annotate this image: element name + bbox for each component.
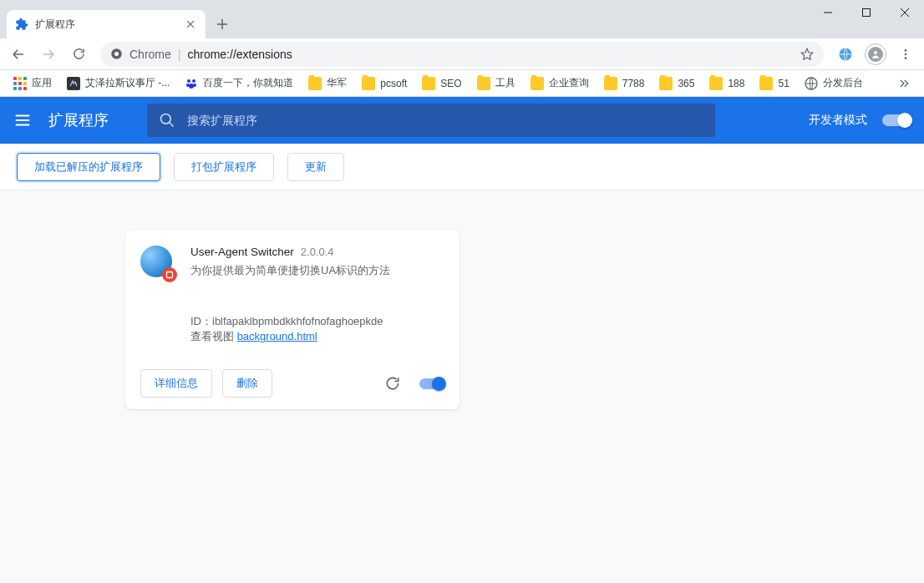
bookmark-folder[interactable]: 51 [753, 74, 795, 94]
extension-name: User-Agent Switcher [190, 246, 294, 258]
bookmark-label: SEO [440, 78, 461, 89]
inspect-views-label: 查看视图 [190, 330, 237, 342]
tab-title: 扩展程序 [35, 18, 177, 32]
folder-icon [659, 77, 673, 90]
svg-point-16 [187, 79, 190, 83]
svg-rect-1 [863, 9, 871, 17]
browser-menu-button[interactable] [892, 41, 919, 68]
baidu-paw-icon [185, 77, 198, 90]
bookmark-label: 分发后台 [823, 76, 863, 90]
bookmark-folder[interactable]: pcsoft [355, 74, 414, 94]
bookmark-folder[interactable]: 工具 [470, 73, 522, 94]
nav-back-button[interactable] [5, 41, 32, 68]
page-title: 扩展程序 [48, 110, 109, 130]
folder-icon [422, 77, 435, 90]
svg-point-9 [114, 52, 119, 56]
bookmark-apps[interactable]: 应用 [7, 73, 58, 94]
svg-point-11 [874, 51, 877, 54]
bookmark-folder[interactable]: 188 [703, 74, 751, 94]
omnibox-chrome-label: Chrome [129, 48, 171, 61]
extension-puzzle-icon [15, 18, 28, 31]
load-unpacked-button[interactable]: 加载已解压的扩展程序 [17, 153, 160, 181]
nav-forward-button[interactable] [35, 41, 62, 68]
extension-enable-toggle[interactable] [419, 378, 444, 389]
browser-toolbar: Chrome | chrome://extensions [0, 38, 924, 70]
bookmark-label: 艾泽拉斯议事厅 -... [85, 76, 170, 90]
extension-icon [140, 246, 175, 281]
extension-remove-button[interactable]: 删除 [222, 369, 272, 398]
folder-icon [531, 77, 544, 90]
bookmark-label: 华军 [327, 76, 347, 90]
bookmark-label: 365 [678, 78, 694, 89]
pack-extension-button[interactable]: 打包扩展程序 [174, 153, 274, 181]
new-tab-button[interactable] [211, 13, 234, 36]
bookmark-label: 7788 [622, 78, 645, 89]
bookmark-folder[interactable]: 365 [652, 74, 701, 94]
bookmark-label: 百度一下，你就知道 [203, 76, 293, 90]
chrome-icon [110, 48, 123, 60]
svg-point-20 [189, 84, 194, 89]
folder-icon [709, 77, 723, 90]
extension-version: 2.0.0.4 [301, 246, 334, 258]
bookmark-star-icon[interactable] [800, 48, 814, 61]
bookmark-item[interactable]: 百度一下，你就知道 [178, 73, 300, 94]
search-input[interactable] [187, 114, 703, 127]
bookmark-folder[interactable]: 华军 [302, 73, 353, 94]
search-icon [159, 112, 175, 129]
developer-actions-row: 加载已解压的扩展程序 打包扩展程序 更新 [0, 144, 924, 190]
tab-close-button[interactable] [184, 18, 197, 31]
omnibox[interactable]: Chrome | chrome://extensions [100, 42, 824, 67]
svg-point-22 [161, 114, 171, 124]
window-titlebar [0, 0, 924, 8]
inspect-background-link[interactable]: background.html [237, 330, 317, 342]
update-button[interactable]: 更新 [287, 153, 344, 181]
error-badge-icon [162, 267, 177, 282]
bookmark-label: 51 [778, 78, 789, 89]
extension-id-label: ID： [190, 315, 212, 327]
bookmark-label: 188 [728, 78, 744, 89]
extension-card: User-Agent Switcher 2.0.0.4 为你提供最为简单便捷切换… [125, 231, 459, 409]
extension-globe-icon[interactable] [832, 41, 859, 68]
svg-point-14 [905, 57, 907, 59]
omnibox-separator: | [178, 48, 181, 61]
bookmark-folder[interactable]: SEO [415, 74, 468, 94]
folder-icon [362, 77, 375, 90]
hamburger-menu-icon[interactable] [13, 111, 33, 129]
svg-point-12 [905, 49, 907, 52]
browser-tab-active[interactable]: 扩展程序 [7, 10, 206, 38]
bookmark-label: 企业查询 [549, 76, 589, 90]
search-extensions-box[interactable] [147, 104, 715, 137]
extension-details-button[interactable]: 详细信息 [140, 369, 212, 398]
window-controls [809, 0, 924, 25]
bookmark-label: pcsoft [380, 78, 407, 89]
bookmark-label: 应用 [32, 76, 52, 90]
bookmarks-bar: 应用 艾泽拉斯议事厅 -... 百度一下，你就知道 华军 pcsoft SEO … [0, 70, 924, 97]
nav-reload-button[interactable] [65, 41, 92, 68]
folder-icon [477, 77, 490, 90]
window-minimize-button[interactable] [809, 0, 847, 25]
svg-point-13 [905, 53, 907, 55]
bookmark-label: 工具 [495, 76, 515, 90]
window-close-button[interactable] [886, 0, 924, 25]
folder-icon [308, 77, 322, 90]
svg-line-23 [170, 123, 174, 127]
bookmark-item[interactable]: 分发后台 [798, 73, 870, 94]
extensions-header: 扩展程序 开发者模式 [0, 97, 924, 144]
folder-icon [604, 77, 617, 90]
bookmark-folder[interactable]: 7788 [597, 74, 652, 94]
developer-mode-toggle[interactable] [882, 114, 911, 126]
bookmarks-overflow-button[interactable] [891, 70, 917, 97]
window-maximize-button[interactable] [847, 0, 886, 25]
omnibox-url: chrome://extensions [187, 48, 292, 61]
profile-avatar-button[interactable] [862, 41, 889, 68]
tabstrip: 扩展程序 [0, 8, 924, 38]
globe-icon [805, 77, 818, 90]
folder-icon [759, 77, 773, 90]
bookmark-item[interactable]: 艾泽拉斯议事厅 -... [60, 73, 176, 94]
svg-rect-24 [167, 272, 173, 278]
extension-reload-button[interactable] [384, 375, 401, 392]
extensions-content: User-Agent Switcher 2.0.0.4 为你提供最为简单便捷切换… [0, 190, 924, 583]
site-icon [67, 77, 80, 90]
svg-point-17 [192, 79, 195, 83]
bookmark-folder[interactable]: 企业查询 [524, 73, 596, 94]
